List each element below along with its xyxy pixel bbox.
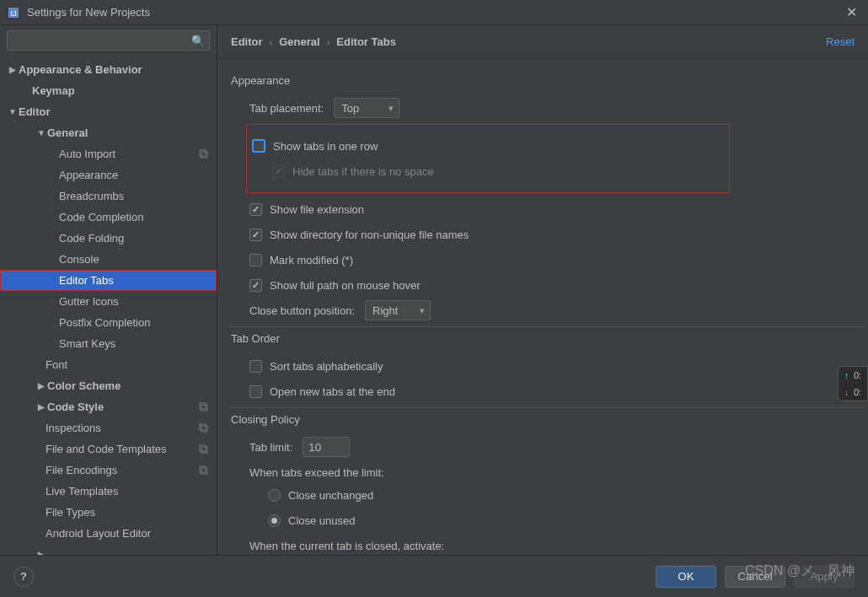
crumb-editor-tabs: Editor Tabs <box>336 35 396 48</box>
svg-rect-5 <box>200 403 206 409</box>
tree-live-templates[interactable]: Live Templates <box>0 481 217 502</box>
tree-smart-keys[interactable]: Smart Keys <box>0 333 217 354</box>
hide-tabs-no-space-label: Hide tabs if there is no space <box>292 165 434 178</box>
close-unused-label: Close unused <box>288 514 356 527</box>
exceed-label: When tabs exceed the limit: <box>249 466 865 479</box>
svg-text:IJ: IJ <box>10 9 16 18</box>
tree-inspections[interactable]: Inspections <box>0 417 217 438</box>
tree-breadcrumbs[interactable]: Breadcrumbs <box>0 186 217 207</box>
tree-font[interactable]: Font <box>0 354 217 375</box>
show-directory-checkbox[interactable] <box>249 229 262 241</box>
show-file-extension-checkbox[interactable] <box>249 203 262 216</box>
tree-more[interactable]: ▶ <box>0 544 217 555</box>
tree-appearance[interactable]: Appearance <box>0 164 217 186</box>
search-icon: 🔍 <box>191 35 205 47</box>
apply-button[interactable]: Apply <box>794 566 855 588</box>
close-unused-radio[interactable] <box>268 514 281 527</box>
app-icon: IJ <box>7 6 20 19</box>
svg-rect-4 <box>201 152 207 158</box>
tree-console[interactable]: Console <box>0 249 217 270</box>
mark-modified-label: Mark modified (*) <box>270 254 353 266</box>
section-closing-policy: Closing Policy <box>231 413 865 426</box>
main-panel: Editor › General › Editor Tabs Reset App… <box>217 25 868 555</box>
tree-appearance-behavior[interactable]: ▶Appearance & Behavior <box>0 59 217 80</box>
highlight-box: Show tabs in one row Hide tabs if there … <box>246 124 730 193</box>
search-input[interactable] <box>7 30 210 51</box>
tab-placement-label: Tab placement: <box>249 102 324 115</box>
tree-code-folding[interactable]: Code Folding <box>0 228 217 249</box>
close-unchanged-radio[interactable] <box>268 489 281 502</box>
tab-limit-input[interactable] <box>303 437 350 457</box>
per-project-icon <box>198 465 210 476</box>
chevron-right-icon: › <box>327 37 330 47</box>
sidebar: 🔍 ▶Appearance & Behavior Keymap ▼Editor … <box>0 25 217 555</box>
settings-panel: Appearance Tab placement: Top Show tabs … <box>217 59 868 555</box>
tree-file-types[interactable]: File Types <box>0 502 217 523</box>
mark-modified-checkbox[interactable] <box>249 254 262 266</box>
tree-keymap[interactable]: Keymap <box>0 80 217 101</box>
sort-alpha-checkbox[interactable] <box>249 360 262 373</box>
open-new-end-label: Open new tabs at the end <box>270 385 395 398</box>
reset-link[interactable]: Reset <box>826 35 855 48</box>
tree-general[interactable]: ▼General <box>0 122 217 143</box>
svg-rect-3 <box>200 150 206 156</box>
close-icon[interactable]: ✕ <box>841 4 861 20</box>
svg-rect-7 <box>200 424 206 430</box>
current-closed-label: When the current tab is closed, activate… <box>249 540 865 552</box>
per-project-icon <box>198 444 210 455</box>
crumb-general[interactable]: General <box>279 35 319 48</box>
show-file-extension-label: Show file extension <box>270 203 364 216</box>
dialog-footer: ? OK Cancel Apply <box>0 555 868 597</box>
svg-rect-10 <box>201 447 207 453</box>
section-tab-order: Tab Order <box>231 332 865 345</box>
tree-code-style[interactable]: ▶Code Style <box>0 396 217 417</box>
tab-limit-label: Tab limit: <box>249 441 292 454</box>
tree-file-code-templates[interactable]: File and Code Templates <box>0 438 217 460</box>
svg-rect-11 <box>200 466 206 472</box>
tab-placement-select[interactable]: Top <box>334 98 399 118</box>
window-title: Settings for New Projects <box>27 6 841 19</box>
open-new-end-checkbox[interactable] <box>249 385 262 398</box>
close-unchanged-label: Close unchanged <box>288 489 373 502</box>
title-bar: IJ Settings for New Projects ✕ <box>0 0 868 25</box>
arrow-up-icon: ↑ <box>844 370 849 380</box>
crumb-editor[interactable]: Editor <box>231 35 263 48</box>
settings-tree[interactable]: ▶Appearance & Behavior Keymap ▼Editor ▼G… <box>0 56 217 555</box>
tree-code-completion[interactable]: Code Completion <box>0 207 217 228</box>
sort-alpha-label: Sort tabs alphabetically <box>270 360 383 373</box>
tree-auto-import[interactable]: Auto Import <box>0 143 217 164</box>
show-full-path-label: Show full path on mouse hover <box>270 279 421 292</box>
ok-button[interactable]: OK <box>656 566 716 588</box>
show-full-path-checkbox[interactable] <box>249 279 262 292</box>
tree-file-encodings[interactable]: File Encodings <box>0 460 217 481</box>
svg-rect-9 <box>200 445 206 451</box>
breadcrumb: Editor › General › Editor Tabs Reset <box>217 25 868 59</box>
arrow-down-icon: ↓ <box>844 387 849 397</box>
show-tabs-one-row-checkbox[interactable] <box>252 139 265 153</box>
svg-rect-12 <box>201 468 207 474</box>
show-directory-label: Show directory for non-unique file names <box>270 229 469 241</box>
hide-tabs-no-space-checkbox <box>272 165 285 178</box>
chevron-right-icon: › <box>270 37 273 47</box>
per-project-icon <box>198 401 210 413</box>
tree-editor-tabs[interactable]: Editor Tabs <box>0 270 217 291</box>
close-button-pos-select[interactable]: Right <box>365 300 431 320</box>
section-appearance: Appearance <box>231 74 865 87</box>
cancel-button[interactable]: Cancel <box>725 566 785 588</box>
tree-postfix-completion[interactable]: Postfix Completion <box>0 312 217 333</box>
show-tabs-one-row-label: Show tabs in one row <box>273 140 378 153</box>
tree-android-layout-editor[interactable]: Android Layout Editor <box>0 523 217 544</box>
tree-gutter-icons[interactable]: Gutter Icons <box>0 291 217 312</box>
per-project-icon <box>198 422 210 434</box>
tree-editor[interactable]: ▼Editor <box>0 101 217 122</box>
svg-rect-6 <box>201 405 207 411</box>
overlay-nav: ↑0: ↓0: <box>838 366 868 401</box>
tree-color-scheme[interactable]: ▶Color Scheme <box>0 375 217 396</box>
close-button-pos-label: Close button position: <box>249 304 355 317</box>
per-project-icon <box>198 148 210 160</box>
svg-rect-8 <box>201 426 207 432</box>
help-button[interactable]: ? <box>13 567 34 587</box>
